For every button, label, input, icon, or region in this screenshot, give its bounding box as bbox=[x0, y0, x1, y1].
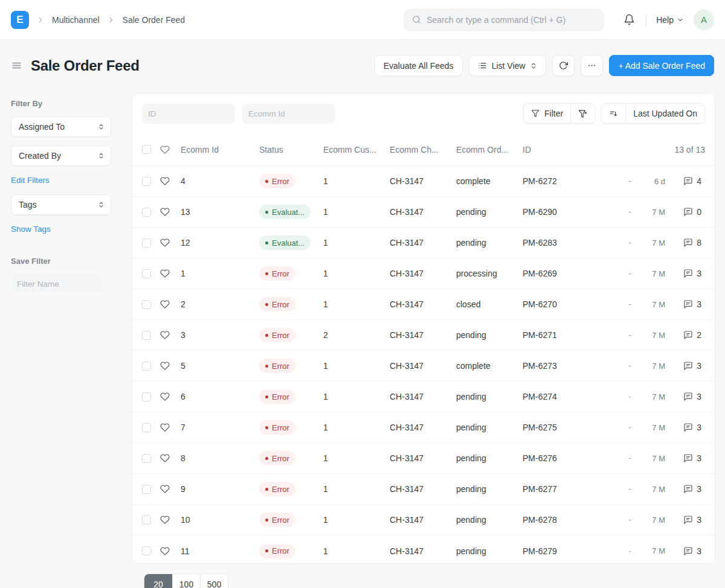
heart-icon[interactable] bbox=[160, 238, 181, 248]
breadcrumb-sale-order-feed[interactable]: Sale Order Feed bbox=[123, 15, 185, 25]
assigned-to-dropdown[interactable]: Assigned To bbox=[11, 117, 111, 137]
table-row[interactable]: 3 Error 2 CH-3147 pending PM-6271 - 7 M … bbox=[132, 320, 715, 351]
row-comments[interactable]: 3 bbox=[665, 361, 705, 371]
header-status[interactable]: Status bbox=[259, 145, 323, 155]
heart-icon[interactable] bbox=[160, 269, 181, 278]
id-filter-input[interactable] bbox=[142, 104, 235, 124]
table-row[interactable]: 9 Error 1 CH-3147 pending PM-6277 - 7 M … bbox=[132, 474, 715, 505]
table-row[interactable]: 11 Error 1 CH-3147 pending PM-6279 - 7 M… bbox=[132, 535, 715, 566]
sort-field-button[interactable]: Last Updated On bbox=[625, 104, 704, 123]
row-id[interactable]: PM-6275 bbox=[523, 423, 610, 432]
heart-icon[interactable] bbox=[160, 515, 181, 525]
search-input[interactable] bbox=[427, 15, 596, 25]
heart-icon[interactable] bbox=[160, 361, 181, 371]
row-id[interactable]: PM-6276 bbox=[523, 453, 610, 463]
notifications-button[interactable] bbox=[622, 13, 636, 27]
row-comments[interactable]: 3 bbox=[665, 515, 705, 525]
row-comments[interactable]: 3 bbox=[665, 392, 705, 401]
add-sale-order-feed-button[interactable]: + Add Sale Order Feed bbox=[609, 55, 714, 76]
help-menu[interactable]: Help bbox=[656, 15, 684, 25]
more-options-button[interactable] bbox=[581, 55, 603, 76]
ecomm-id-filter-input[interactable] bbox=[242, 104, 335, 124]
header-ecomm-id[interactable]: Ecomm Id bbox=[181, 145, 259, 155]
header-ecomm-customer[interactable]: Ecomm Cus... bbox=[323, 145, 390, 155]
table-row[interactable]: 10 Error 1 CH-3147 pending PM-6278 - 7 M… bbox=[132, 505, 715, 535]
breadcrumb-multichannel[interactable]: Multichannel bbox=[52, 15, 100, 25]
header-ecomm-channel[interactable]: Ecomm Ch... bbox=[390, 145, 456, 155]
row-comments[interactable]: 3 bbox=[665, 546, 705, 556]
sidebar-toggle-button[interactable] bbox=[11, 60, 22, 71]
tags-dropdown[interactable]: Tags bbox=[11, 194, 111, 215]
row-comments[interactable]: 0 bbox=[665, 207, 705, 217]
app-logo-icon[interactable]: E bbox=[11, 11, 29, 29]
table-row[interactable]: 12 Evaluat... 1 CH-3147 pending PM-6283 … bbox=[132, 228, 715, 258]
page-size-100[interactable]: 100 bbox=[172, 574, 200, 588]
header-id[interactable]: ID bbox=[523, 145, 610, 155]
heart-icon[interactable] bbox=[160, 207, 181, 217]
heart-icon[interactable] bbox=[160, 176, 181, 186]
row-checkbox[interactable] bbox=[142, 331, 151, 340]
clear-filters-button[interactable] bbox=[570, 104, 594, 123]
row-comments[interactable]: 8 bbox=[665, 238, 705, 248]
row-id[interactable]: PM-6271 bbox=[523, 330, 610, 340]
row-checkbox[interactable] bbox=[142, 238, 151, 248]
row-checkbox[interactable] bbox=[142, 208, 151, 217]
heart-icon[interactable] bbox=[160, 330, 181, 340]
row-checkbox[interactable] bbox=[142, 300, 151, 309]
row-comments[interactable]: 3 bbox=[665, 453, 705, 463]
table-row[interactable]: 13 Evaluat... 1 CH-3147 pending PM-6290 … bbox=[132, 197, 715, 228]
page-size-500[interactable]: 500 bbox=[200, 574, 228, 588]
row-id[interactable]: PM-6270 bbox=[523, 299, 610, 309]
show-tags-link[interactable]: Show Tags bbox=[11, 225, 51, 234]
row-id[interactable]: PM-6277 bbox=[523, 484, 610, 494]
row-checkbox[interactable] bbox=[142, 392, 151, 401]
row-id[interactable]: PM-6273 bbox=[523, 361, 610, 371]
page-size-20[interactable]: 20 bbox=[144, 574, 172, 588]
row-checkbox[interactable] bbox=[142, 362, 151, 371]
row-checkbox[interactable] bbox=[142, 546, 151, 555]
row-id[interactable]: PM-6278 bbox=[523, 515, 610, 525]
row-id[interactable]: PM-6283 bbox=[523, 238, 610, 248]
row-id[interactable]: PM-6290 bbox=[523, 207, 610, 217]
heart-icon[interactable] bbox=[160, 392, 181, 401]
row-comments[interactable]: 2 bbox=[665, 330, 705, 340]
heart-icon[interactable] bbox=[160, 423, 181, 432]
heart-icon[interactable] bbox=[160, 453, 181, 463]
table-row[interactable]: 5 Error 1 CH-3147 complete PM-6273 - 7 M… bbox=[132, 351, 715, 382]
row-comments[interactable]: 3 bbox=[665, 423, 705, 432]
row-checkbox[interactable] bbox=[142, 485, 151, 494]
table-row[interactable]: 4 Error 1 CH-3147 complete PM-6272 - 6 d… bbox=[132, 166, 715, 197]
table-row[interactable]: 8 Error 1 CH-3147 pending PM-6276 - 7 M … bbox=[132, 443, 715, 474]
table-row[interactable]: 6 Error 1 CH-3147 pending PM-6274 - 7 M … bbox=[132, 382, 715, 412]
sort-direction-button[interactable] bbox=[602, 104, 625, 123]
filter-name-input[interactable] bbox=[11, 274, 102, 293]
select-all-checkbox[interactable] bbox=[142, 145, 151, 154]
heart-icon[interactable] bbox=[160, 299, 181, 309]
row-comments[interactable]: 4 bbox=[665, 176, 705, 186]
heart-icon[interactable] bbox=[160, 546, 181, 556]
filter-button[interactable]: Filter bbox=[524, 104, 570, 123]
row-id[interactable]: PM-6269 bbox=[523, 269, 610, 278]
row-checkbox[interactable] bbox=[142, 516, 151, 525]
row-id[interactable]: PM-6279 bbox=[523, 546, 610, 556]
row-id[interactable]: PM-6274 bbox=[523, 392, 610, 401]
created-by-dropdown[interactable]: Created By bbox=[11, 145, 111, 166]
table-row[interactable]: 1 Error 1 CH-3147 processing PM-6269 - 7… bbox=[132, 258, 715, 289]
table-row[interactable]: 2 Error 1 CH-3147 closed PM-6270 - 7 M 3 bbox=[132, 289, 715, 320]
row-comments[interactable]: 3 bbox=[665, 269, 705, 278]
refresh-button[interactable] bbox=[552, 55, 575, 76]
heart-icon[interactable] bbox=[160, 145, 181, 155]
edit-filters-link[interactable]: Edit Filters bbox=[11, 176, 50, 185]
evaluate-all-feeds-button[interactable]: Evaluate All Feeds bbox=[375, 55, 463, 76]
heart-icon[interactable] bbox=[160, 484, 181, 494]
row-checkbox[interactable] bbox=[142, 423, 151, 432]
row-id[interactable]: PM-6272 bbox=[523, 176, 610, 186]
row-comments[interactable]: 3 bbox=[665, 299, 705, 309]
header-ecomm-order[interactable]: Ecomm Ord... bbox=[456, 145, 523, 155]
row-checkbox[interactable] bbox=[142, 454, 151, 463]
row-checkbox[interactable] bbox=[142, 269, 151, 278]
view-switcher-button[interactable]: List View bbox=[469, 55, 547, 76]
table-row[interactable]: 7 Error 1 CH-3147 pending PM-6275 - 7 M … bbox=[132, 412, 715, 443]
global-search[interactable] bbox=[404, 8, 604, 31]
row-checkbox[interactable] bbox=[142, 177, 151, 186]
